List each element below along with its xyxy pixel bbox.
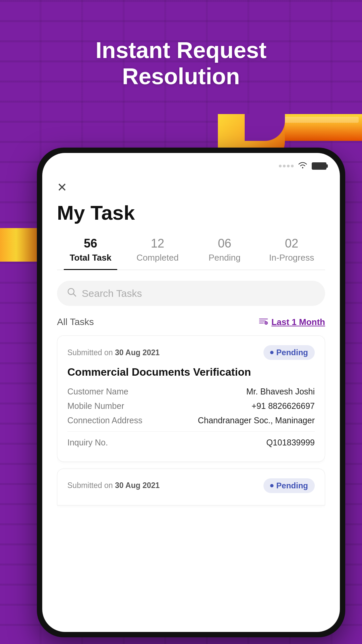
submitted-date-2: Submitted on 30 Aug 2021 [67,481,160,490]
tab-pending[interactable]: 06 Pending [191,236,258,270]
detail-value-customer: Mr. Bhavesh Joshi [246,387,315,396]
inprogress-label: In-Progress [258,253,325,263]
detail-label-address: Connection Address [67,416,142,425]
battery-icon [312,162,326,170]
pending-number: 06 [191,236,258,251]
task-card-2-header: Submitted on 30 Aug 2021 Pending [67,478,315,493]
all-tasks-label: All Tasks [57,317,94,327]
submitted-date-1: Submitted on 30 Aug 2021 [67,348,160,357]
detail-label-mobile: Mobile Number [67,401,124,411]
completed-label: Completed [124,253,191,263]
tasks-list: Submitted on 30 Aug 2021 Pending Commerc… [57,335,325,632]
status-badge-2: Pending [263,478,315,493]
detail-label-customer: Customer Name [67,387,128,396]
filter-label-text: Last 1 Month [272,317,325,327]
task-name-1: Commercial Documents Verification [67,365,315,379]
status-dot-icon [270,351,274,354]
svg-line-1 [73,294,76,296]
tab-completed[interactable]: 12 Completed [124,236,191,270]
search-bar[interactable]: Search Tasks [57,281,325,306]
signal-dot-3 [287,165,290,167]
wifi-icon [298,161,308,171]
detail-row-customer: Customer Name Mr. Bhavesh Joshi [67,387,315,396]
screen-title: My Task [57,201,325,224]
search-placeholder-text: Search Tasks [82,288,142,299]
filter-button[interactable]: Last 1 Month [259,317,325,327]
date-value-1: 30 Aug 2021 [115,348,160,357]
task-card-2[interactable]: Submitted on 30 Aug 2021 Pending [57,469,325,505]
search-icon [67,287,76,299]
detail-value-inquiry: Q101839999 [266,438,315,447]
date-value-2: 30 Aug 2021 [115,481,160,490]
detail-value-mobile: +91 8826626697 [252,401,315,411]
status-badge-1: Pending [263,345,315,360]
status-text-1: Pending [276,348,308,357]
hero-title-line2: Resolution [122,63,240,89]
task-card-1[interactable]: Submitted on 30 Aug 2021 Pending Commerc… [57,335,325,462]
pending-label: Pending [191,253,258,263]
pipe-horizontal-left [0,228,40,262]
inprogress-number: 02 [258,236,325,251]
tab-inprogress[interactable]: 02 In-Progress [258,236,325,270]
signal-dot-2 [283,165,286,167]
signal-dot-4 [291,165,294,167]
detail-row-inquiry: Inquiry No. Q101839999 [67,438,315,447]
hero-title: Instant Request Resolution [0,37,362,89]
phone-screen: ✕ My Task 56 Total Task 12 Completed 06 … [42,153,340,632]
completed-number: 12 [124,236,191,251]
tasks-header: All Tasks Last 1 Month [57,317,325,327]
status-dot-icon-2 [270,484,274,487]
detail-label-inquiry: Inquiry No. [67,438,108,447]
close-button[interactable]: ✕ [57,180,325,195]
task-card-1-header: Submitted on 30 Aug 2021 Pending [67,345,315,360]
screen-content: ✕ My Task 56 Total Task 12 Completed 06 … [42,174,340,632]
phone-mockup: ✕ My Task 56 Total Task 12 Completed 06 … [37,148,345,637]
total-task-label: Total Task [57,253,124,263]
detail-row-address: Connection Address Chandranager Soc., Ma… [67,416,315,425]
detail-value-address: Chandranager Soc., Maninager [198,416,315,425]
signal-dot-1 [279,165,282,167]
tab-total-task[interactable]: 56 Total Task [57,236,124,270]
detail-row-mobile: Mobile Number +91 8826626697 [67,401,315,411]
stats-tabs: 56 Total Task 12 Completed 06 Pending 02… [57,236,325,270]
total-task-number: 56 [57,236,124,251]
status-bar [42,153,340,174]
signal-dots [279,165,294,167]
hero-title-line1: Instant Request [96,37,266,63]
status-text-2: Pending [276,481,308,490]
filter-icon [259,317,268,327]
task-divider [67,431,315,432]
